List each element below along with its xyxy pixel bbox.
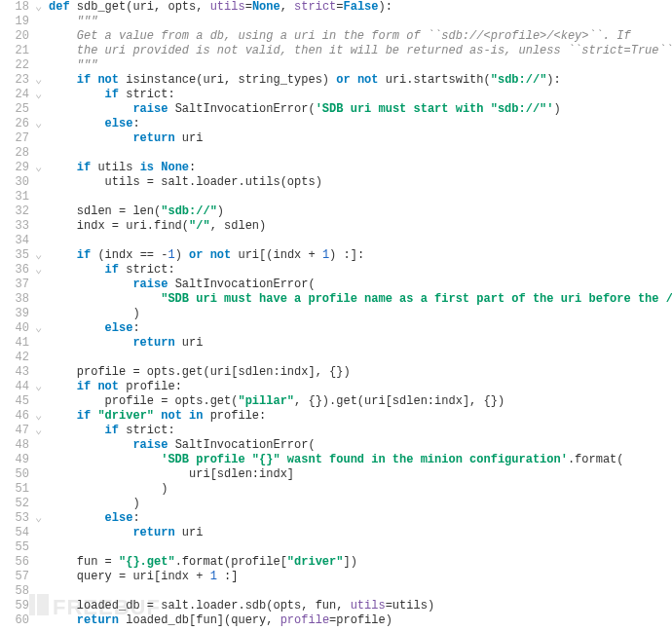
line-number: 28 bbox=[0, 146, 29, 161]
line-number: 33 bbox=[0, 219, 29, 234]
code-token: uri[sdlen:indx] bbox=[49, 467, 294, 481]
code-token: : bbox=[189, 161, 196, 174]
code-token: the uri provided is not valid, then it w… bbox=[49, 44, 672, 57]
fold-spacer bbox=[35, 219, 49, 234]
code-token: 1 bbox=[210, 570, 217, 583]
code-line: query = uri[indx + 1 :] bbox=[35, 570, 672, 584]
line-number: 51 bbox=[0, 482, 29, 497]
fold-spacer bbox=[35, 146, 49, 161]
line-number: 59 bbox=[0, 599, 29, 613]
code-token bbox=[49, 73, 77, 87]
fold-toggle-icon[interactable]: ⌄ bbox=[35, 117, 49, 131]
code-line: ⌄ else: bbox=[35, 321, 672, 336]
code-token bbox=[49, 117, 105, 130]
code-token: profile = opts.get(uri[sdlen:indx], {}) bbox=[49, 365, 351, 379]
fold-toggle-icon[interactable]: ⌄ bbox=[35, 409, 49, 424]
fold-spacer bbox=[35, 453, 49, 467]
code-line: ) bbox=[35, 497, 672, 511]
code-line: ⌄ if "driver" not in profile: bbox=[35, 409, 672, 424]
code-token: if bbox=[105, 88, 127, 101]
fold-spacer bbox=[35, 467, 49, 482]
code-token: utils = salt.loader.utils(opts) bbox=[49, 175, 322, 189]
code-line bbox=[35, 146, 672, 161]
code-line: ⌄ if strict: bbox=[35, 263, 672, 278]
code-token bbox=[49, 438, 132, 452]
line-number: 20 bbox=[0, 29, 29, 44]
fold-spacer bbox=[35, 29, 49, 44]
code-line: 'SDB profile "{}" wasnt found in the min… bbox=[35, 453, 672, 467]
fold-spacer bbox=[35, 15, 49, 29]
code-token: =profile) bbox=[329, 613, 392, 627]
code-line: the uri provided is not valid, then it w… bbox=[35, 44, 672, 58]
code-token: if not bbox=[77, 73, 126, 87]
fold-spacer bbox=[35, 613, 49, 628]
fold-toggle-icon[interactable]: ⌄ bbox=[35, 511, 49, 526]
code-token: Get a value from a db, using a uri in th… bbox=[49, 29, 631, 43]
code-line: return uri bbox=[35, 131, 672, 146]
code-token: utils bbox=[97, 161, 139, 174]
fold-spacer bbox=[35, 336, 49, 351]
line-number: 56 bbox=[0, 555, 29, 570]
code-token: uri[(indx + bbox=[238, 248, 321, 262]
fold-toggle-icon[interactable]: ⌄ bbox=[35, 73, 49, 88]
line-number: 58 bbox=[0, 584, 29, 599]
line-number: 34 bbox=[0, 234, 29, 248]
fold-spacer bbox=[35, 44, 49, 58]
line-number: 45 bbox=[0, 394, 29, 409]
code-token: "driver" bbox=[97, 409, 154, 423]
code-token bbox=[49, 380, 77, 393]
line-number: 22 bbox=[0, 58, 29, 73]
code-token: SaltInvocationError( bbox=[175, 102, 316, 116]
line-number: 32 bbox=[0, 204, 29, 219]
code-token: "driver" bbox=[287, 555, 344, 569]
code-token: utils bbox=[210, 0, 245, 14]
code-token: sdb_get bbox=[77, 0, 126, 14]
code-token: =utils) bbox=[386, 599, 434, 612]
code-line: Get a value from a db, using a uri in th… bbox=[35, 29, 672, 44]
fold-spacer bbox=[35, 204, 49, 219]
code-token: profile: bbox=[126, 380, 182, 393]
code-token: , sdlen) bbox=[210, 219, 267, 233]
code-token: strict: bbox=[126, 88, 174, 101]
line-number: 36 bbox=[0, 263, 29, 278]
code-line bbox=[35, 190, 672, 204]
fold-toggle-icon[interactable]: ⌄ bbox=[35, 321, 49, 336]
fold-spacer bbox=[35, 351, 49, 365]
code-line: indx = uri.find("/", sdlen) bbox=[35, 219, 672, 234]
fold-toggle-icon[interactable]: ⌄ bbox=[35, 88, 49, 102]
code-line: ) bbox=[35, 307, 672, 321]
code-token: uri bbox=[182, 131, 204, 145]
line-number: 18 bbox=[0, 0, 29, 15]
code-line: return loaded_db[fun](query, profile=pro… bbox=[35, 613, 672, 628]
code-token: None bbox=[161, 161, 189, 174]
fold-toggle-icon[interactable]: ⌄ bbox=[35, 424, 49, 438]
code-token: "sdb://" bbox=[491, 73, 547, 87]
fold-toggle-icon[interactable]: ⌄ bbox=[35, 161, 49, 175]
code-line: loaded_db = salt.loader.sdb(opts, fun, u… bbox=[35, 599, 672, 613]
code-line: ) bbox=[35, 482, 672, 497]
fold-toggle-icon[interactable]: ⌄ bbox=[35, 248, 49, 263]
code-token bbox=[49, 526, 132, 539]
fold-spacer bbox=[35, 190, 49, 204]
fold-spacer bbox=[35, 234, 49, 248]
fold-toggle-icon[interactable]: ⌄ bbox=[35, 380, 49, 394]
fold-spacer bbox=[35, 599, 49, 613]
line-number: 31 bbox=[0, 190, 29, 204]
fold-spacer bbox=[35, 131, 49, 146]
code-token: SaltInvocationError( bbox=[175, 438, 316, 452]
code-token: None bbox=[252, 0, 280, 14]
code-line: ⌄ if (indx == -1) or not uri[(indx + 1) … bbox=[35, 248, 672, 263]
code-token: = bbox=[245, 0, 252, 14]
fold-toggle-icon[interactable]: ⌄ bbox=[35, 0, 49, 15]
fold-toggle-icon[interactable]: ⌄ bbox=[35, 263, 49, 278]
line-number: 40 bbox=[0, 321, 29, 336]
code-token: raise bbox=[132, 438, 174, 452]
code-line: profile = opts.get(uri[sdlen:indx], {}) bbox=[35, 365, 672, 380]
code-line bbox=[35, 234, 672, 248]
code-line: "SDB uri must have a profile name as a f… bbox=[35, 292, 672, 307]
code-token: else bbox=[105, 117, 133, 130]
line-number: 52 bbox=[0, 497, 29, 511]
code-token: return bbox=[132, 131, 181, 145]
code-token: raise bbox=[132, 102, 174, 116]
line-number: 37 bbox=[0, 278, 29, 292]
